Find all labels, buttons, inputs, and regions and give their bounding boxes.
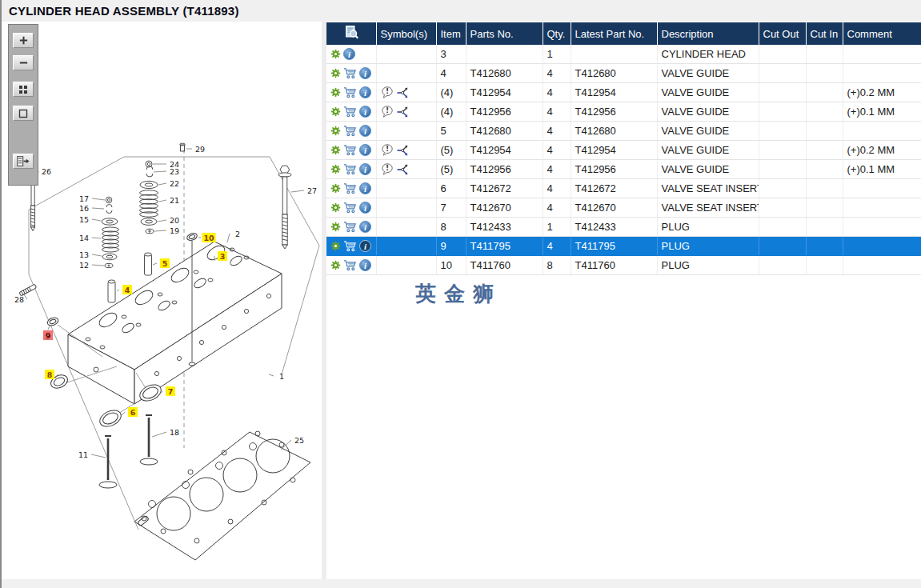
cell-actions: i (326, 237, 376, 256)
gear-icon[interactable] (330, 222, 341, 232)
cart-icon[interactable] (343, 240, 357, 252)
cart-icon[interactable] (343, 106, 357, 118)
svg-text:29: 29 (195, 145, 205, 154)
cell-symbols: ! (376, 102, 436, 122)
cell-symbols (376, 122, 436, 141)
table-row[interactable]: i31CYLINDER HEAD (326, 45, 921, 64)
gear-icon[interactable] (330, 126, 341, 136)
cart-icon[interactable] (343, 259, 357, 271)
zoom-out-button[interactable] (13, 55, 34, 70)
gear-icon[interactable] (330, 164, 341, 174)
svg-text:!: ! (385, 87, 388, 95)
info-icon[interactable]: i (359, 144, 371, 156)
table-row[interactable]: i10T4117608T411760PLUG (326, 256, 921, 275)
note-balloon-icon[interactable]: ! (381, 163, 394, 176)
table-row[interactable]: i6T4126724T412672VALVE SEAT INSERT (326, 179, 921, 198)
info-icon[interactable]: i (343, 48, 355, 60)
cell-cut_out (759, 64, 806, 83)
zoom-in-button[interactable] (13, 33, 34, 48)
svg-text:14: 14 (79, 234, 89, 242)
cart-icon[interactable] (343, 221, 357, 233)
column-header-qty: Qty. (543, 22, 571, 45)
link-fork-icon[interactable] (397, 106, 410, 118)
cell-description: VALVE GUIDE (657, 64, 759, 83)
cell-cut_out (759, 122, 806, 141)
cell-item: (4) (436, 102, 466, 122)
table-row[interactable]: i8T4124331T412433PLUG (326, 218, 921, 237)
note-balloon-icon[interactable]: ! (381, 144, 394, 157)
info-icon[interactable]: i (359, 106, 371, 118)
info-icon[interactable]: i (359, 221, 371, 233)
info-icon[interactable]: i (359, 259, 371, 271)
gear-icon[interactable] (330, 260, 341, 270)
cell-symbols (376, 179, 436, 198)
svg-text:!: ! (385, 164, 388, 172)
cell-cut_out (759, 237, 806, 256)
table-row[interactable]: i9T4117954T411795PLUG (326, 237, 921, 256)
cart-icon[interactable] (343, 182, 357, 194)
svg-text:15: 15 (79, 215, 89, 224)
cell-comment: (+)0.2 MM (843, 83, 921, 102)
link-fork-icon[interactable] (397, 163, 410, 176)
column-header-latest_part_no: Latest Part No. (571, 22, 657, 45)
watermark-text: 英金狮 (415, 280, 502, 308)
table-row[interactable]: i!(4)T4129564T412956VALVE GUIDE(+)0.1 MM (326, 102, 921, 122)
cell-symbols (376, 198, 436, 218)
cell-item: 4 (436, 64, 466, 83)
cell-qty: 4 (543, 102, 571, 122)
gear-icon[interactable] (330, 49, 341, 59)
cell-qty: 4 (543, 160, 571, 179)
info-icon[interactable]: i (359, 182, 371, 194)
preview-search-icon[interactable] (343, 25, 359, 40)
svg-text:3: 3 (220, 252, 226, 261)
svg-text:2: 2 (235, 230, 240, 238)
gear-icon[interactable] (330, 68, 341, 78)
table-row[interactable]: i7T4126704T412670VALVE SEAT INSERT (326, 198, 921, 218)
gear-icon[interactable] (330, 241, 341, 251)
link-fork-icon[interactable] (397, 144, 410, 157)
info-icon[interactable]: i (359, 240, 371, 252)
gear-icon[interactable] (330, 202, 341, 213)
cart-icon[interactable] (343, 67, 357, 79)
cell-description: PLUG (657, 256, 759, 275)
svg-text:19: 19 (170, 226, 179, 235)
bottom-scroll-area[interactable] (2, 579, 921, 588)
cell-parts_no: T412954 (466, 83, 543, 102)
cart-icon[interactable] (343, 86, 357, 98)
cell-parts_no: T412433 (466, 218, 543, 237)
gear-icon[interactable] (330, 145, 341, 155)
table-row[interactable]: i!(5)T4129564T412956VALVE GUIDE(+)0.1 MM (326, 160, 921, 179)
cell-symbols (376, 45, 436, 64)
column-header-item: Item (436, 22, 466, 45)
table-row[interactable]: i!(5)T4129544T412954VALVE GUIDE(+)0.2 MM (326, 141, 921, 160)
cart-icon[interactable] (343, 202, 357, 214)
table-row[interactable]: i4T4126804T412680VALVE GUIDE (326, 64, 921, 83)
info-icon[interactable]: i (359, 86, 371, 98)
note-balloon-icon[interactable]: ! (381, 86, 394, 99)
cell-cut_in (806, 218, 843, 237)
link-fork-icon[interactable] (397, 86, 410, 99)
toggle-list-panel-button[interactable] (13, 154, 34, 169)
gear-icon[interactable] (330, 87, 341, 98)
cell-comment (843, 198, 921, 218)
column-header-description: Description (657, 22, 759, 45)
svg-text:17: 17 (79, 194, 89, 203)
cell-cut_out (759, 83, 806, 102)
info-icon[interactable]: i (359, 67, 371, 79)
gear-icon[interactable] (330, 183, 341, 194)
single-view-button[interactable] (13, 106, 34, 121)
table-row[interactable]: i!(4)T4129544T412954VALVE GUIDE(+)0.2 MM (326, 83, 921, 102)
table-row[interactable]: i5T4126804T412680VALVE GUIDE (326, 122, 921, 141)
note-balloon-icon[interactable]: ! (381, 106, 394, 118)
svg-text:9: 9 (46, 331, 51, 340)
info-icon[interactable]: i (359, 163, 371, 175)
cell-latest_part_no: T412680 (571, 64, 657, 83)
cart-icon[interactable] (343, 163, 357, 175)
gear-icon[interactable] (330, 106, 341, 117)
cart-icon[interactable] (343, 125, 357, 137)
cell-qty: 4 (543, 179, 571, 198)
cart-icon[interactable] (343, 144, 357, 156)
info-icon[interactable]: i (359, 202, 371, 214)
tile-view-button[interactable] (13, 82, 34, 97)
info-icon[interactable]: i (359, 125, 371, 137)
